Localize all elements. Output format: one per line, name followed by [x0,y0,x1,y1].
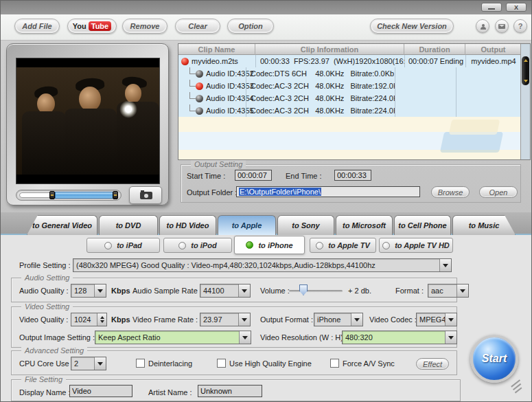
tab-label: to Sony [292,221,319,230]
artist-name-input[interactable] [198,385,262,397]
add-file-button[interactable]: Add File [14,19,60,34]
tab-to-sony[interactable]: to Sony [277,215,334,235]
tab-to-microsoft[interactable]: to Microsoft [336,215,393,235]
youtube-button[interactable]: YouTube [67,19,117,34]
close-icon: X [514,4,518,11]
column-output[interactable]: Output [465,44,521,55]
preview-player [6,43,169,205]
tab-to-apple[interactable]: to Apple [218,215,276,235]
trim-start-handle[interactable] [49,191,55,199]
tab-to-music[interactable]: to Music [452,215,516,235]
remove-button[interactable]: Remove [122,19,167,34]
audio-track-icon [196,95,203,102]
hq-engine-checkbox[interactable] [217,359,226,368]
clip-status-icon [181,58,189,65]
trim-end-handle[interactable] [113,191,118,199]
column-clip-name[interactable]: Clip Name [178,44,255,55]
add-file-label: Add File [22,22,51,30]
audio-sample-rate-value: 44100 [200,284,238,297]
video-quality-spinner[interactable]: 1024 [71,313,107,326]
output-image-setting-select[interactable]: Keep Aspect Ratio [95,331,251,344]
tab-to-dvd[interactable]: to DVD [99,215,158,235]
clip-output: myvideo.mp4 [471,57,516,65]
option-button[interactable]: Option [227,19,274,34]
start-button[interactable]: Start [470,335,518,383]
seek-bar[interactable] [16,190,122,201]
table-row[interactable]: Audio ID:4355 Codec:AC-3 2CH 48.0KHz Bit… [178,104,521,117]
video-frame-rate-select[interactable]: 23.97 [200,313,251,326]
output-format-select[interactable]: iPhone [314,313,363,326]
check-new-version-button[interactable]: Check New Version [370,19,454,34]
subtab-label: to Apple TV [328,241,370,249]
help-button[interactable]: ? [513,19,527,33]
tab-label: to Music [469,221,500,230]
radio-icon [316,242,323,249]
open-label: Open [489,188,508,197]
audio-sample-rate-select[interactable]: 44100 [200,284,251,298]
column-clip-information[interactable]: Clip Information [255,44,404,55]
seek-played-segment [19,192,51,198]
column-duration[interactable]: Duration [404,44,465,55]
spinner-arrows-icon[interactable] [97,313,106,326]
output-folder-input[interactable]: E:\OutputFolder\iPhone\ [236,186,420,197]
tab-to-cell-phone[interactable]: to Cell Phone [394,215,451,235]
clip-info: Codec:AC-3 2CH 48.0KHz Bitrate:224.0Kb [251,107,395,115]
video-codec-select[interactable]: MPEG4 [416,313,457,326]
youtube-tube-label: Tube [89,21,111,31]
snapshot-button[interactable] [129,186,162,204]
start-time-input[interactable] [235,170,272,181]
subtab-to-ipad[interactable]: to iPad [86,238,160,253]
end-time-input[interactable] [334,170,371,181]
volume-label: Volume : [260,287,290,295]
subtab-to-apple-tv-hd[interactable]: to Apple TV HD [379,238,453,253]
browse-button[interactable]: Browse [431,186,470,198]
minimize-button[interactable] [481,3,502,12]
output-setting-title: Output Setting [191,160,246,168]
video-resolution-select[interactable]: 480:320 [342,331,457,344]
audio-format-select[interactable]: aac [428,284,469,298]
clip-info: Codec:DTS 6CH 48.0KHz Bitrate:0.0Kb [251,69,394,78]
display-name-input[interactable] [69,385,132,397]
profile-setting-select[interactable]: (480x320 MPEG4) Good Quality : Video-mp4… [73,258,452,272]
table-row[interactable]: Audio ID:4354 Codec:AC-3 2CH 48.0KHz Bit… [178,92,521,104]
clear-button[interactable]: Clear [175,19,220,34]
output-folder-selected-text: E:\OutputFolder\iPhone\ [239,188,321,196]
speed-lines-icon [510,380,525,392]
subtab-label: to iPod [191,241,216,249]
list-scrollbar[interactable] [520,44,530,159]
volume-slider[interactable] [289,290,343,292]
camera-icon [140,192,152,199]
account-button[interactable] [476,19,489,33]
deinterlacing-label: Deinterlacing [148,359,192,368]
table-row[interactable]: myvideo.m2ts 00:00:33 FPS:23.97 (WxH)192… [178,55,521,67]
deinterlacing-checkbox[interactable] [136,359,145,368]
table-row[interactable]: Audio ID:4353 Codec:AC-3 2CH 48.0KHz Bit… [178,80,521,92]
av-sync-checkbox[interactable] [330,359,339,368]
tree-branch-icon [189,80,196,87]
scrollbar-thumb[interactable] [522,56,529,85]
option-label: Option [238,22,262,30]
open-button[interactable]: Open [479,186,518,198]
artist-name-label: Artist Name : [148,388,192,397]
tab-to-general-video[interactable]: to General Video [27,215,97,235]
subtab-to-apple-tv[interactable]: to Apple TV [310,238,376,253]
subtab-to-ipod[interactable]: to iPod [163,238,232,253]
tree-branch-icon [189,67,196,74]
cpu-core-use-select[interactable]: 2 [71,357,106,370]
toolbar: Add File YouTube Remove Clear Option Che… [1,14,532,41]
table-row[interactable]: Audio ID:4352 Codec:DTS 6CH 48.0KHz Bitr… [178,67,521,80]
dropdown-arrow-icon [238,313,250,326]
audio-quality-label: Audio Quality : [19,287,69,295]
dropdown-arrow-icon [351,313,362,326]
tree-branch-icon [189,104,196,111]
close-button[interactable]: X [506,3,527,12]
video-quality-value: 1024 [71,313,97,326]
feedback-button[interactable] [495,19,509,33]
audio-quality-select[interactable]: 128 [71,284,106,298]
tab-to-hd-video[interactable]: to HD Video [159,215,216,235]
file-setting-title: File Setting [21,375,66,383]
dropdown-arrow-icon [238,284,250,297]
effect-button[interactable]: Effect [416,358,449,370]
effect-label: Effect [423,360,442,368]
subtab-to-iphone[interactable]: to iPhone [234,236,305,254]
